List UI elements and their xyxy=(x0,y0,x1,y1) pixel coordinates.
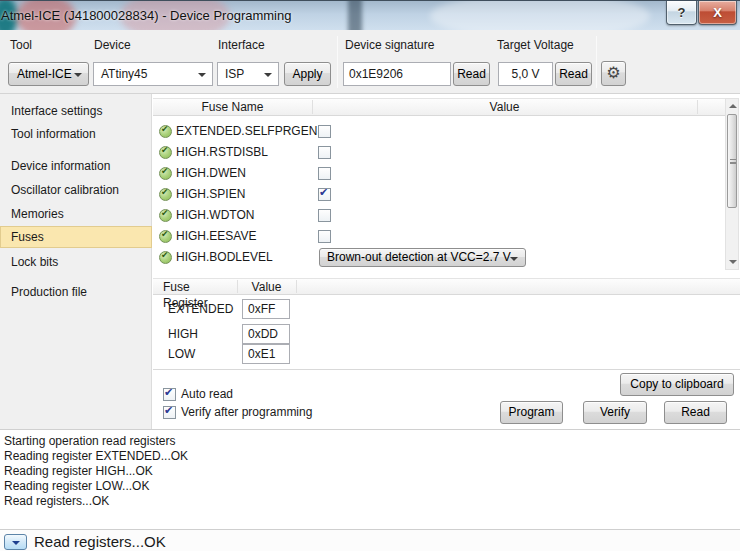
ok-status-icon xyxy=(159,125,172,138)
sidebar: Interface settings Tool information Devi… xyxy=(0,94,152,429)
status-bar: Read registers...OK xyxy=(0,529,740,551)
chevron-down-icon xyxy=(510,257,518,261)
table-row: HIGH.SPIEN xyxy=(153,184,725,205)
column-divider xyxy=(296,280,297,293)
tool-label: Tool xyxy=(10,38,32,52)
ok-status-icon xyxy=(159,230,172,243)
toolbar-separator xyxy=(596,36,597,88)
fuse-name: HIGH.BODLEVEL xyxy=(176,247,273,268)
table-row: HIGH.EESAVE xyxy=(153,226,725,247)
section-divider xyxy=(153,369,740,370)
register-name: HIGH xyxy=(168,323,198,345)
ok-status-icon xyxy=(159,251,172,264)
chevron-down-icon xyxy=(264,73,272,77)
scroll-down-icon[interactable] xyxy=(729,260,737,264)
device-signature-field[interactable]: 0x1E9206 xyxy=(343,62,451,86)
device-combobox-value: ATtiny45 xyxy=(101,67,147,81)
table-row: HIGH.RSTDISBL xyxy=(153,142,725,163)
fuse-checkbox-selfprgen[interactable] xyxy=(318,125,331,138)
fuse-table-scrollbar[interactable] xyxy=(725,98,739,270)
fuse-name: HIGH.DWEN xyxy=(176,163,246,184)
sidebar-item-tool-information[interactable]: Tool information xyxy=(0,123,152,145)
sidebar-item-lock-bits[interactable]: Lock bits xyxy=(0,251,152,273)
target-voltage-field[interactable]: 5,0 V xyxy=(498,62,553,86)
title-bar: Atmel-ICE (J41800028834) - Device Progra… xyxy=(0,0,740,30)
table-row: HIGH.WDTON xyxy=(153,205,725,226)
window-title: Atmel-ICE (J41800028834) - Device Progra… xyxy=(1,8,291,23)
fuse-name: EXTENDED.SELFPRGEN xyxy=(176,121,317,142)
register-value-column-header: Value xyxy=(237,279,296,295)
column-divider xyxy=(697,100,698,114)
chevron-down-icon xyxy=(198,73,206,77)
table-row: EXTENDED 0xFF xyxy=(153,298,453,320)
scrollbar-grip xyxy=(730,159,736,164)
chevron-down-icon xyxy=(12,541,20,545)
sidebar-item-memories[interactable]: Memories xyxy=(0,203,152,225)
scroll-up-icon[interactable] xyxy=(729,104,737,108)
target-voltage-label: Target Voltage xyxy=(497,38,574,52)
fuse-checkbox-dwen[interactable] xyxy=(318,167,331,180)
ok-status-icon xyxy=(159,209,172,222)
table-row: LOW 0xE1 xyxy=(153,343,453,365)
program-button[interactable]: Program xyxy=(500,401,563,424)
verify-after-programming-label[interactable]: Verify after programming xyxy=(181,405,312,420)
interface-dropdown[interactable]: ISP xyxy=(217,62,279,86)
collapse-log-button[interactable] xyxy=(4,534,27,550)
tool-dropdown[interactable]: Atmel-ICE xyxy=(8,62,89,86)
table-row: EXTENDED.SELFPRGEN xyxy=(153,121,725,142)
ok-status-icon xyxy=(159,146,172,159)
fuse-checkbox-eesave[interactable] xyxy=(318,230,331,243)
sidebar-item-oscillator-calibration[interactable]: Oscillator calibration xyxy=(0,179,152,201)
fuse-name: HIGH.RSTDISBL xyxy=(176,142,268,163)
value-column-header: Value xyxy=(312,99,697,115)
verify-button[interactable]: Verify xyxy=(583,401,647,424)
device-signature-label: Device signature xyxy=(345,38,434,52)
device-combobox[interactable]: ATtiny45 xyxy=(93,62,213,86)
close-button[interactable]: X xyxy=(698,1,737,25)
titlebar-glass-blob xyxy=(430,0,650,30)
device-label: Device xyxy=(94,38,131,52)
device-programming-dialog: Atmel-ICE (J41800028834) - Device Progra… xyxy=(0,0,740,551)
status-message: Read registers...OK xyxy=(34,531,166,551)
sidebar-item-interface-settings[interactable]: Interface settings xyxy=(0,100,152,122)
gear-icon[interactable]: ⚙ xyxy=(601,61,626,86)
auto-read-checkbox[interactable] xyxy=(163,388,176,401)
auto-read-label[interactable]: Auto read xyxy=(181,387,233,402)
fuse-checkbox-wdton[interactable] xyxy=(318,209,331,222)
chevron-down-icon xyxy=(74,73,82,77)
toolbar-separator xyxy=(337,36,338,88)
log-line: Reading register LOW...OK xyxy=(4,479,149,494)
ok-status-icon xyxy=(159,167,172,180)
toolbar: Tool Device Interface Device signature T… xyxy=(0,30,740,94)
bodlevel-dropdown[interactable]: Brown-out detection at VCC=2.7 V xyxy=(319,248,526,267)
tool-dropdown-value: Atmel-ICE xyxy=(17,67,72,81)
apply-button[interactable]: Apply xyxy=(284,62,331,86)
table-row: HIGH.BODLEVEL Brown-out detection at VCC… xyxy=(153,247,725,268)
ok-status-icon xyxy=(159,188,172,201)
sidebar-item-device-information[interactable]: Device information xyxy=(0,155,152,177)
fuse-checkbox-spien[interactable] xyxy=(318,188,331,201)
fuse-name: HIGH.WDTON xyxy=(176,205,254,226)
read-voltage-button[interactable]: Read xyxy=(555,62,592,86)
verify-after-programming-checkbox[interactable] xyxy=(163,406,176,419)
fuse-name: HIGH.EESAVE xyxy=(176,226,256,247)
scrollbar-thumb[interactable] xyxy=(727,114,737,208)
read-button[interactable]: Read xyxy=(664,401,727,424)
register-name: EXTENDED xyxy=(168,298,233,320)
register-name: LOW xyxy=(168,343,195,365)
table-row: HIGH.DWEN xyxy=(153,163,725,184)
sidebar-item-production-file[interactable]: Production file xyxy=(0,281,152,303)
extended-register-field[interactable]: 0xFF xyxy=(242,299,290,319)
interface-dropdown-value: ISP xyxy=(225,67,244,81)
fuse-name: HIGH.SPIEN xyxy=(176,184,245,205)
fuse-checkbox-rstdisbl[interactable] xyxy=(318,146,331,159)
read-signature-button[interactable]: Read xyxy=(453,62,490,86)
bodlevel-dropdown-value: Brown-out detection at VCC=2.7 V xyxy=(327,250,511,264)
help-button[interactable]: ? xyxy=(666,1,697,25)
low-register-field[interactable]: 0xE1 xyxy=(242,344,290,364)
copy-to-clipboard-button[interactable]: Copy to clipboard xyxy=(620,373,734,396)
sidebar-item-fuses[interactable]: Fuses xyxy=(0,226,152,248)
log-line: Reading register EXTENDED...OK xyxy=(4,449,188,464)
table-row: HIGH 0xDD xyxy=(153,323,453,345)
high-register-field[interactable]: 0xDD xyxy=(242,324,290,344)
